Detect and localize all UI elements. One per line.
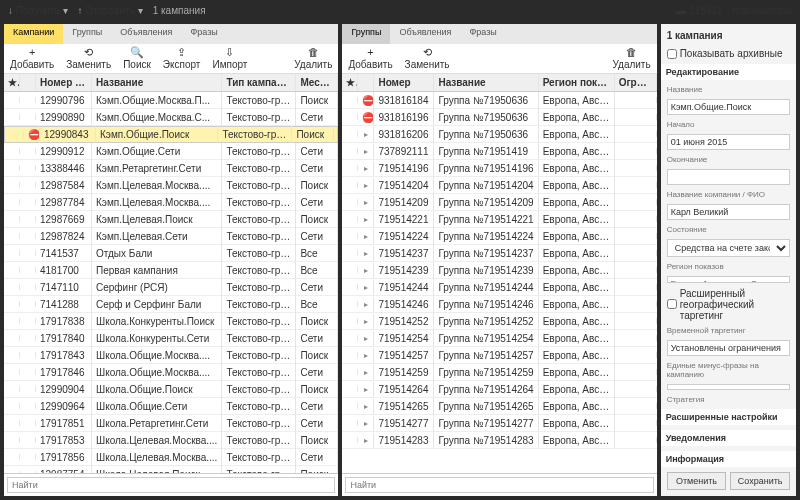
- table-row[interactable]: 12990904Школа.Общие.ПоискТекстово-граф..…: [4, 381, 338, 398]
- table-row[interactable]: 4181700Первая кампанияТекстово-граф...Вс…: [4, 262, 338, 279]
- add-button[interactable]: +Добавить: [10, 47, 54, 70]
- table-row[interactable]: 17917856Школа.Целевая.Москва....Текстово…: [4, 449, 338, 466]
- table-row[interactable]: 17917853Школа.Целевая.Москва....Текстово…: [4, 432, 338, 449]
- balance: ▬ 115321: [676, 5, 722, 16]
- receive-button[interactable]: ↓ Получить ▾: [8, 5, 68, 16]
- tab-groups[interactable]: Группы: [63, 24, 111, 44]
- section-notifications[interactable]: Уведомления: [661, 430, 796, 446]
- time-field[interactable]: [667, 340, 790, 356]
- table-row[interactable]: ▸719514264Группа №719514264Европа, Австр…: [342, 381, 656, 398]
- table-row[interactable]: ▸931816206Группа №71950636Европа, Австра…: [342, 126, 656, 143]
- tab-groups-mid[interactable]: Группы: [342, 24, 390, 44]
- section-info[interactable]: Информация: [661, 451, 796, 467]
- section-advanced[interactable]: Расширенные настройки: [661, 409, 796, 425]
- table-row[interactable]: ▸719514237Группа №719514237Европа, Австр…: [342, 245, 656, 262]
- table-row[interactable]: ▸719514252Группа №719514252Европа, Австр…: [342, 313, 656, 330]
- mid-tabs: Группы Объявления Фразы: [342, 24, 656, 44]
- name-field[interactable]: [667, 99, 790, 115]
- campaigns-panel: Кампании Группы Объявления Фразы +Добави…: [4, 24, 338, 496]
- tab-phrases[interactable]: Фразы: [181, 24, 226, 44]
- table-row[interactable]: ▸737892111Группа №71951419Европа, Австра…: [342, 143, 656, 160]
- tab-campaigns[interactable]: Кампании: [4, 24, 63, 44]
- table-row[interactable]: 12990796Кэмп.Общие.Москва.П...Текстово-г…: [4, 92, 338, 109]
- save-button[interactable]: Сохранить: [730, 472, 790, 490]
- table-row[interactable]: 12990964Школа.Общие.СетиТекстово-граф...…: [4, 398, 338, 415]
- table-row[interactable]: ▸719514221Группа №719514221Европа, Австр…: [342, 211, 656, 228]
- table-row[interactable]: 13388446Кэмп.Ретаргетинг.СетиТекстово-гр…: [4, 160, 338, 177]
- mid-table-header[interactable]: ★ НомерНазвание Регион показовОграни...: [342, 74, 656, 92]
- table-row[interactable]: ▸719514204Группа №719514204Европа, Австр…: [342, 177, 656, 194]
- add-button-mid[interactable]: +Добавить: [348, 47, 392, 70]
- table-row[interactable]: ▸719514209Группа №719514209Европа, Австр…: [342, 194, 656, 211]
- table-row[interactable]: 12990890Кэмп.Общие.Москва.С...Текстово-г…: [4, 109, 338, 126]
- table-row[interactable]: 17917843Школа.Общие.Москва....Текстово-г…: [4, 347, 338, 364]
- campaigns-rows[interactable]: 12990796Кэмп.Общие.Москва.П...Текстово-г…: [4, 92, 338, 473]
- start-field[interactable]: [667, 134, 790, 150]
- table-row[interactable]: 17917846Школа.Общие.Москва....Текстово-г…: [4, 364, 338, 381]
- left-search-input[interactable]: [7, 477, 335, 493]
- table-row[interactable]: 12987584Кэмп.Целевая.Москва....Текстово-…: [4, 177, 338, 194]
- table-row[interactable]: ▸719514244Группа №719514244Европа, Австр…: [342, 279, 656, 296]
- section-edit: Редактирование: [661, 64, 796, 80]
- table-row[interactable]: 12990912Кэмп.Общие.СетиТекстово-граф...С…: [4, 143, 338, 160]
- fio-field[interactable]: [667, 204, 790, 220]
- top-bar: ↓ Получить ▾ ↑ Отправить ▾ 1 кампания ▬ …: [0, 0, 800, 20]
- table-row[interactable]: ▸719514254Группа №719514254Европа, Австр…: [342, 330, 656, 347]
- table-row[interactable]: ⛔12990843Кэмп.Общие.ПоискТекстово-граф..…: [4, 126, 338, 143]
- table-row[interactable]: ▸719514224Группа №719514224Европа, Австр…: [342, 228, 656, 245]
- end-field[interactable]: [667, 169, 790, 185]
- top-campaign[interactable]: 1 кампания: [153, 5, 206, 16]
- minus-field[interactable]: август, австралии, апрель, банана, брази…: [667, 384, 790, 391]
- username[interactable]: mariakosnina: [733, 5, 792, 16]
- delete-button-mid[interactable]: 🗑Удалить: [612, 47, 650, 70]
- state-select[interactable]: Средства на счете закончил...: [667, 239, 790, 257]
- table-row[interactable]: ⛔931816184Группа №71950636Европа, Австра…: [342, 92, 656, 109]
- table-row[interactable]: 12987754Школа.Целевая.ПоискТекстово-граф…: [4, 466, 338, 473]
- left-table-header[interactable]: ★ Номер кам...Название Тип кампанииМеста…: [4, 74, 338, 92]
- groups-rows[interactable]: ⛔931816184Группа №71950636Европа, Австра…: [342, 92, 656, 473]
- table-row[interactable]: ▸719514196Группа №719514196Европа, Австр…: [342, 160, 656, 177]
- table-row[interactable]: ▸719514283Группа №719514283Европа, Австр…: [342, 432, 656, 449]
- left-toolbar: +Добавить ⟲Заменить 🔍Поиск ⇪Экспорт ⇩Имп…: [4, 44, 338, 74]
- groups-panel: Группы Объявления Фразы +Добавить ⟲Замен…: [342, 24, 656, 496]
- table-row[interactable]: 12987669Кэмп.Целевая.ПоискТекстово-граф.…: [4, 211, 338, 228]
- replace-button[interactable]: ⟲Заменить: [66, 47, 111, 70]
- delete-button[interactable]: 🗑Удалить: [294, 47, 332, 70]
- tab-phrases-mid[interactable]: Фразы: [460, 24, 505, 44]
- table-row[interactable]: ▸719514277Группа №719514277Европа, Австр…: [342, 415, 656, 432]
- regions-field[interactable]: Европа, Австралия и Океания, СНГ (исключ…: [667, 276, 790, 283]
- geo-checkbox[interactable]: Расширенный географический таргетинг: [667, 288, 790, 321]
- table-row[interactable]: 17917840Школа.Конкуренты.СетиТекстово-гр…: [4, 330, 338, 347]
- table-row[interactable]: ▸719514265Группа №719514265Европа, Австр…: [342, 398, 656, 415]
- table-row[interactable]: 7141537Отдых БалиТекстово-граф...Все: [4, 245, 338, 262]
- table-row[interactable]: 17917838Школа.Конкуренты.ПоискТекстово-г…: [4, 313, 338, 330]
- edit-panel: 1 кампания Показывать архивные Редактиро…: [661, 24, 796, 496]
- table-row[interactable]: 12987784Кэмп.Целевая.Москва....Текстово-…: [4, 194, 338, 211]
- tab-ads[interactable]: Объявления: [111, 24, 181, 44]
- table-row[interactable]: ▸719514259Группа №719514259Европа, Австр…: [342, 364, 656, 381]
- table-row[interactable]: 17917851Школа.Ретаргетинг.СетиТекстово-г…: [4, 415, 338, 432]
- table-row[interactable]: ▸719514239Группа №719514239Европа, Австр…: [342, 262, 656, 279]
- send-button[interactable]: ↑ Отправить ▾: [78, 5, 143, 16]
- table-row[interactable]: ▸719514246Группа №719514246Европа, Австр…: [342, 296, 656, 313]
- replace-button-mid[interactable]: ⟲Заменить: [405, 47, 450, 70]
- import-button[interactable]: ⇩Импорт: [212, 47, 247, 70]
- cancel-button[interactable]: Отменить: [667, 472, 727, 490]
- table-row[interactable]: 12987824Кэмп.Целевая.СетиТекстово-граф..…: [4, 228, 338, 245]
- table-row[interactable]: 7141288Серф и Серфинг БалиТекстово-граф.…: [4, 296, 338, 313]
- table-row[interactable]: ⛔931816196Группа №71950636Европа, Австра…: [342, 109, 656, 126]
- show-archived-checkbox[interactable]: Показывать архивные: [667, 48, 790, 59]
- mid-toolbar: +Добавить ⟲Заменить 🗑Удалить: [342, 44, 656, 74]
- tab-ads-mid[interactable]: Объявления: [390, 24, 460, 44]
- export-button[interactable]: ⇪Экспорт: [163, 47, 201, 70]
- mid-search-input[interactable]: [345, 477, 653, 493]
- search-button[interactable]: 🔍Поиск: [123, 47, 151, 70]
- table-row[interactable]: ▸719514257Группа №719514257Европа, Австр…: [342, 347, 656, 364]
- table-row[interactable]: 7147110Серфинг (РСЯ)Текстово-граф...Сети: [4, 279, 338, 296]
- left-tabs: Кампании Группы Объявления Фразы: [4, 24, 338, 44]
- panel-title: 1 кампания: [667, 30, 790, 41]
